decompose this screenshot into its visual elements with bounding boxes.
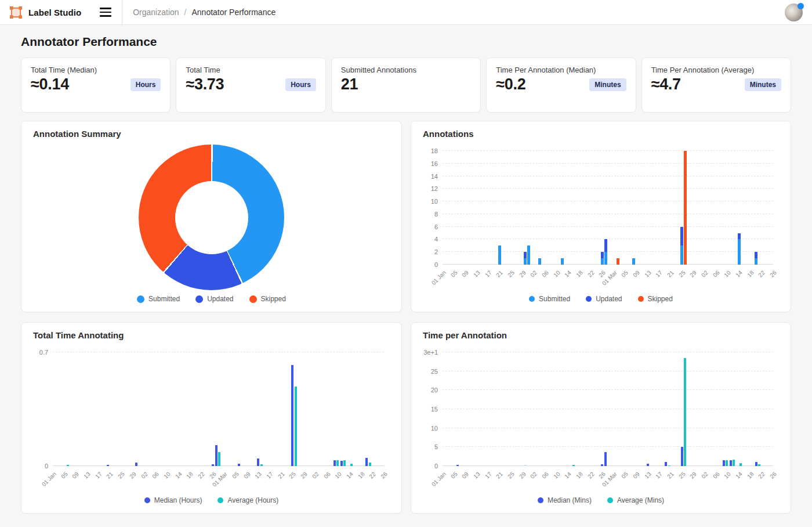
gridline bbox=[443, 264, 773, 265]
x-tick-label: 05 bbox=[449, 471, 459, 480]
stat-value: ≈4.7 bbox=[651, 75, 681, 93]
gridline bbox=[443, 163, 773, 164]
x-tick-label: 25 bbox=[506, 471, 516, 480]
legend-item-submitted[interactable]: Submitted bbox=[529, 295, 570, 303]
x-tick-label: 09 bbox=[71, 471, 81, 480]
x-tick-label: 17 bbox=[655, 269, 664, 279]
legend-label: Updated bbox=[596, 295, 622, 303]
bar-segment bbox=[730, 460, 732, 466]
legend-dot bbox=[195, 295, 203, 303]
x-tick-label: 09 bbox=[242, 471, 252, 480]
x-tick-label: 06 bbox=[541, 269, 550, 279]
gridline bbox=[443, 251, 773, 252]
legend-item-submitted[interactable]: Submitted bbox=[137, 295, 180, 303]
bar-segment bbox=[572, 465, 575, 466]
annotation-summary-card: Annotation Summary SubmittedUpdatedSkipp… bbox=[21, 121, 402, 312]
breadcrumb-organization[interactable]: Organization bbox=[133, 8, 179, 17]
x-tick-label: 18 bbox=[746, 471, 755, 480]
time-per-annotation-plot[interactable]: 05101520253e+101 Jan05091317212529020610… bbox=[443, 348, 773, 466]
legend-dot bbox=[529, 296, 535, 302]
chart-title: Total Time Annotating bbox=[33, 330, 390, 344]
stat-card-total-time-median: Total Time (Median) ≈0.14 Hours bbox=[21, 57, 171, 113]
menu-toggle-button[interactable] bbox=[97, 5, 114, 19]
gridline bbox=[443, 428, 773, 428]
legend-item-median-hours-[interactable]: Median (Hours) bbox=[144, 496, 202, 504]
gridline bbox=[443, 389, 773, 390]
bar-segment bbox=[627, 465, 629, 466]
stat-card-total-time: Total Time ≈3.73 Hours bbox=[176, 57, 325, 113]
x-tick-label: 22 bbox=[368, 471, 377, 480]
x-tick-label: 09 bbox=[632, 269, 641, 279]
brand-name: Label Studio bbox=[28, 8, 81, 17]
unit-badge: Hours bbox=[285, 78, 316, 91]
bar-segment bbox=[647, 464, 649, 466]
main-content: Annotator Performance Total Time (Median… bbox=[0, 35, 812, 514]
x-tick-label: 13 bbox=[82, 471, 92, 480]
legend-item-updated[interactable]: Updated bbox=[195, 295, 233, 303]
notification-dot bbox=[798, 3, 804, 9]
legend-item-updated[interactable]: Updated bbox=[586, 295, 622, 303]
time-per-annotation-card: Time per Annotation 05101520253e+101 Jan… bbox=[411, 322, 791, 514]
x-tick-label: 09 bbox=[632, 471, 641, 480]
y-tick-label: 0 bbox=[45, 463, 48, 470]
legend-item-skipped[interactable]: Skipped bbox=[638, 295, 673, 303]
gridline bbox=[443, 150, 773, 151]
donut-chart[interactable] bbox=[139, 145, 284, 290]
bar-segment bbox=[738, 233, 741, 240]
stat-cards-row: Total Time (Median) ≈0.14 Hours Total Ti… bbox=[21, 57, 791, 113]
bar-segment bbox=[758, 464, 760, 466]
x-tick-label: 13 bbox=[254, 471, 263, 480]
legend-dot bbox=[144, 497, 150, 503]
legend-item-average-mins-[interactable]: Average (Mins) bbox=[607, 496, 664, 504]
legend-label: Submitted bbox=[539, 295, 570, 303]
stat-label: Time Per Annotation (Average) bbox=[651, 66, 781, 74]
gridline bbox=[443, 214, 773, 214]
bar-segment bbox=[538, 258, 541, 265]
bar-segment bbox=[681, 447, 683, 466]
bar-segment bbox=[340, 461, 343, 466]
gridline bbox=[443, 226, 773, 227]
unit-badge: Minutes bbox=[589, 78, 626, 91]
y-tick-label: 18 bbox=[431, 147, 438, 154]
bar-segment bbox=[604, 239, 607, 252]
x-tick-label: 22 bbox=[197, 471, 206, 480]
legend-item-skipped[interactable]: Skipped bbox=[249, 295, 286, 303]
gridline bbox=[443, 176, 773, 176]
total-time-plot[interactable]: 00.701 Jan050913172125290206101418222601… bbox=[53, 348, 384, 466]
bar-segment bbox=[617, 258, 619, 265]
bar-segment bbox=[369, 463, 371, 466]
x-tick-label: 25 bbox=[506, 269, 516, 279]
bar-segment bbox=[684, 151, 687, 265]
y-tick-label: 5 bbox=[434, 443, 438, 450]
chart-title: Time per Annotation bbox=[423, 330, 779, 344]
annotations-plot[interactable]: 02468101214161801 Jan0509131721252902061… bbox=[443, 146, 773, 265]
user-avatar[interactable] bbox=[785, 3, 803, 21]
x-tick-label: 09 bbox=[461, 471, 470, 480]
stat-label: Time Per Annotation (Median) bbox=[496, 66, 626, 74]
legend-label: Average (Hours) bbox=[227, 496, 278, 504]
bar-segment bbox=[738, 239, 741, 265]
x-tick-label: 21 bbox=[666, 471, 675, 480]
legend-dot bbox=[137, 295, 144, 303]
legend-item-average-hours-[interactable]: Average (Hours) bbox=[217, 496, 278, 504]
y-tick-label: 2 bbox=[434, 248, 438, 255]
gridline bbox=[443, 409, 773, 409]
legend-label: Skipped bbox=[261, 295, 286, 303]
gridline bbox=[443, 371, 773, 371]
bar-segment bbox=[212, 464, 214, 466]
legend-item-median-mins-[interactable]: Median (Mins) bbox=[538, 496, 592, 504]
gridline bbox=[443, 446, 773, 447]
x-tick-label: 26 bbox=[768, 471, 778, 480]
x-tick-label: 05 bbox=[231, 471, 240, 480]
x-tick-label: 13 bbox=[472, 471, 481, 480]
y-tick-label: 15 bbox=[431, 406, 438, 413]
unit-badge: Hours bbox=[130, 78, 161, 91]
bar-segment bbox=[456, 465, 459, 466]
bar-segment bbox=[726, 460, 728, 466]
x-tick-label: 21 bbox=[277, 471, 286, 480]
y-tick-label: 20 bbox=[431, 387, 438, 394]
x-tick-label: 29 bbox=[518, 471, 527, 480]
legend-label: Updated bbox=[207, 295, 233, 303]
gridline bbox=[443, 188, 773, 189]
header-divider bbox=[122, 0, 122, 25]
